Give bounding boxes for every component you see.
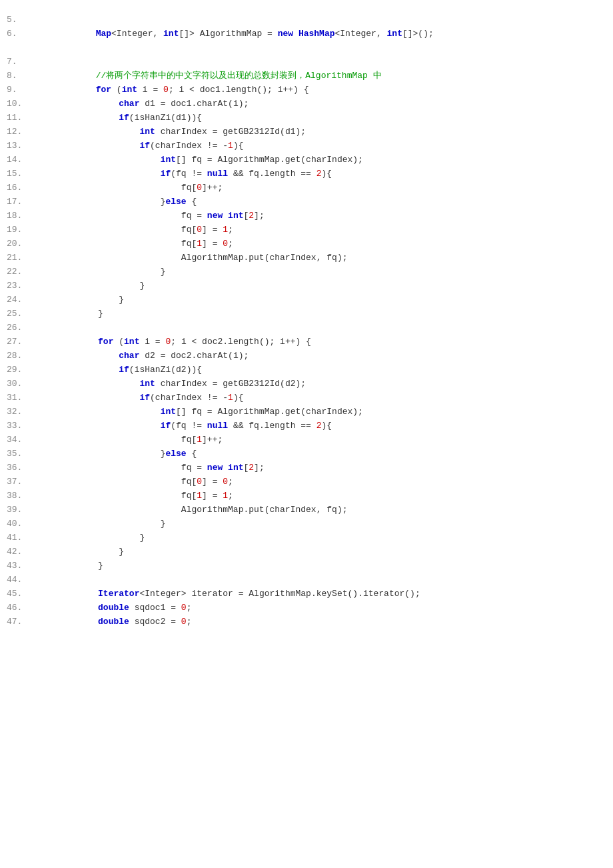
code-line: 14. int[] fq = AlgorithmMap.get(charInde… bbox=[0, 153, 613, 167]
line-number: 45. bbox=[7, 587, 35, 601]
line-number: 14. bbox=[7, 153, 35, 167]
line-number: 46. bbox=[7, 601, 35, 615]
code-line: 32. int[] fq = AlgorithmMap.get(charInde… bbox=[0, 405, 613, 419]
line-content: for (int i = 0; i < doc2.length(); i++) … bbox=[35, 335, 311, 349]
line-number: 15. bbox=[7, 167, 35, 181]
line-content: AlgorithmMap.put(charIndex, fq); bbox=[35, 503, 347, 517]
line-content: if(isHanZi(d2)){ bbox=[35, 363, 202, 377]
line-content: if(isHanZi(d1)){ bbox=[35, 111, 202, 125]
line-number: 41. bbox=[7, 531, 35, 545]
line-content: for (int i = 0; i < doc1.length(); i++) … bbox=[33, 83, 309, 97]
line-content: if(fq != null && fq.length == 2){ bbox=[35, 419, 332, 433]
code-line: 24. } bbox=[0, 293, 613, 307]
line-content: if(charIndex != -1){ bbox=[35, 139, 243, 153]
code-line: 39. AlgorithmMap.put(charIndex, fq); bbox=[0, 503, 613, 517]
line-number: 10. bbox=[7, 97, 35, 111]
code-line: 47. double sqdoc2 = 0; bbox=[0, 615, 613, 629]
code-line: 27. for (int i = 0; i < doc2.length(); i… bbox=[0, 335, 613, 349]
line-number: 44. bbox=[7, 573, 35, 587]
code-line: 41. } bbox=[0, 531, 613, 545]
line-number: 16. bbox=[7, 181, 35, 195]
line-number: 36. bbox=[7, 461, 35, 475]
line-number: 38. bbox=[7, 489, 35, 503]
line-number: 20. bbox=[7, 237, 35, 251]
code-line: 16. fq[0]++; bbox=[0, 181, 613, 195]
line-content: fq[1] = 1; bbox=[35, 489, 233, 503]
line-number: 11. bbox=[7, 111, 35, 125]
line-number: 12. bbox=[7, 125, 35, 139]
code-line: 9. for (int i = 0; i < doc1.length(); i+… bbox=[0, 83, 613, 97]
line-number: 5. bbox=[7, 13, 33, 27]
code-line: 30. int charIndex = getGB2312Id(d2); bbox=[0, 377, 613, 391]
code-line: 38. fq[1] = 1; bbox=[0, 489, 613, 503]
code-line: 5. bbox=[0, 13, 613, 27]
code-line: 20. fq[1] = 0; bbox=[0, 237, 613, 251]
code-line: 13. if(charIndex != -1){ bbox=[0, 139, 613, 153]
line-content: fq[0]++; bbox=[35, 181, 223, 195]
line-number: 40. bbox=[7, 517, 35, 531]
code-line: 42. } bbox=[0, 545, 613, 559]
line-number: 24. bbox=[7, 293, 35, 307]
code-line: 17. }else { bbox=[0, 195, 613, 209]
line-number: 7. bbox=[7, 55, 33, 69]
line-content: double sqdoc2 = 0; bbox=[35, 615, 191, 629]
code-line: 36. fq = new int[2]; bbox=[0, 461, 613, 475]
line-content: Map<Integer, int[]> AlgorithmMap = new H… bbox=[33, 27, 434, 41]
line-content: double sqdoc1 = 0; bbox=[35, 601, 191, 615]
line-number: 26. bbox=[7, 321, 35, 335]
line-number: 19. bbox=[7, 223, 35, 237]
code-line: 44. bbox=[0, 573, 613, 587]
line-content: } bbox=[35, 545, 124, 559]
code-line: 33. if(fq != null && fq.length == 2){ bbox=[0, 419, 613, 433]
line-content: int[] fq = AlgorithmMap.get(charIndex); bbox=[35, 405, 363, 419]
line-content: } bbox=[35, 531, 145, 545]
line-number: 32. bbox=[7, 405, 35, 419]
code-line: 11. if(isHanZi(d1)){ bbox=[0, 111, 613, 125]
line-content: if(fq != null && fq.length == 2){ bbox=[35, 167, 332, 181]
line-number: 21. bbox=[7, 251, 35, 265]
line-number: 27. bbox=[7, 335, 35, 349]
code-container: 5.6. Map<Integer, int[]> AlgorithmMap = … bbox=[0, 0, 613, 868]
line-content: } bbox=[35, 279, 145, 293]
line-number: 30. bbox=[7, 377, 35, 391]
code-line bbox=[0, 41, 613, 55]
code-line: 43. } bbox=[0, 559, 613, 573]
line-number: 37. bbox=[7, 475, 35, 489]
line-content: }else { bbox=[35, 195, 197, 209]
line-number: 6. bbox=[7, 27, 33, 41]
code-line: 37. fq[0] = 0; bbox=[0, 475, 613, 489]
code-line: 29. if(isHanZi(d2)){ bbox=[0, 363, 613, 377]
code-line: 12. int charIndex = getGB2312Id(d1); bbox=[0, 125, 613, 139]
line-number: 17. bbox=[7, 195, 35, 209]
code-line: 25. } bbox=[0, 307, 613, 321]
code-line: 7. bbox=[0, 55, 613, 69]
line-number: 29. bbox=[7, 363, 35, 377]
line-number: 23. bbox=[7, 279, 35, 293]
line-content: } bbox=[35, 559, 103, 573]
line-number: 18. bbox=[7, 209, 35, 223]
line-number: 31. bbox=[7, 391, 35, 405]
code-line: 26. bbox=[0, 321, 613, 335]
line-content: fq[0] = 1; bbox=[35, 223, 233, 237]
line-content: char d1 = doc1.charAt(i); bbox=[35, 97, 249, 111]
line-content: Iterator<Integer> iterator = AlgorithmMa… bbox=[35, 587, 420, 601]
line-content: int[] fq = AlgorithmMap.get(charIndex); bbox=[35, 153, 363, 167]
line-number: 28. bbox=[7, 349, 35, 363]
line-content: if(charIndex != -1){ bbox=[35, 391, 243, 405]
code-line: 40. } bbox=[0, 517, 613, 531]
line-number: 9. bbox=[7, 83, 33, 97]
line-content: }else { bbox=[35, 447, 197, 461]
code-line: 46. double sqdoc1 = 0; bbox=[0, 601, 613, 615]
line-content: int charIndex = getGB2312Id(d1); bbox=[35, 125, 306, 139]
line-number: 8. bbox=[7, 69, 33, 83]
line-number: 13. bbox=[7, 139, 35, 153]
line-content: } bbox=[35, 517, 165, 531]
line-number: 34. bbox=[7, 433, 35, 447]
code-line: 18. fq = new int[2]; bbox=[0, 209, 613, 223]
code-line: 35. }else { bbox=[0, 447, 613, 461]
line-content: } bbox=[35, 265, 165, 279]
code-line: 45. Iterator<Integer> iterator = Algorit… bbox=[0, 587, 613, 601]
line-content: } bbox=[35, 293, 124, 307]
line-number: 42. bbox=[7, 545, 35, 559]
code-line: 8. //将两个字符串中的中文字符以及出现的总数封装到，AlgorithmMap… bbox=[0, 69, 613, 83]
